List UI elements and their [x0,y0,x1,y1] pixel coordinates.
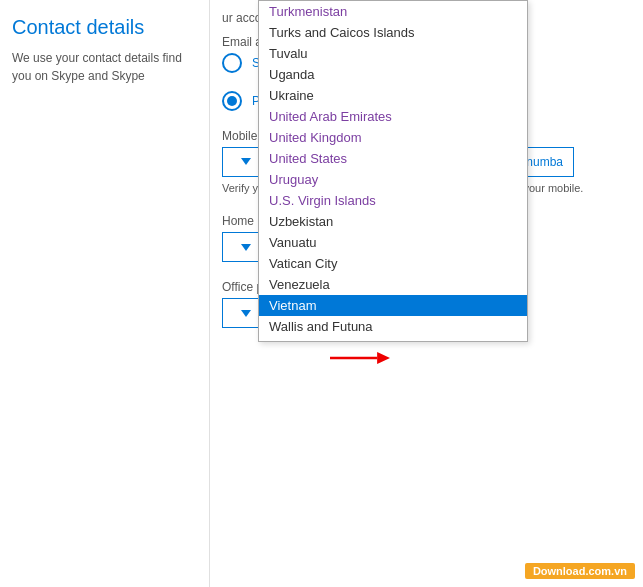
country-list-item[interactable]: Turkmenistan [259,1,527,22]
country-dropdown-list: TurkmenistanTurks and Caicos IslandsTuva… [258,0,528,342]
page-title: Contact details [12,16,197,39]
country-list-item[interactable]: United Arab Emirates [259,106,527,127]
email-radio-2[interactable] [222,91,242,111]
page-container: Contact details We use your contact deta… [0,0,643,587]
country-list-item[interactable]: Vatican City [259,253,527,274]
country-list-item[interactable]: U.S. Virgin Islands [259,190,527,211]
home-dropdown-arrow-icon [241,244,251,251]
office-dropdown-arrow-icon [241,310,251,317]
country-list-item[interactable]: Tuvalu [259,43,527,64]
right-panel: ur account. It also h Email address Set … [210,0,643,587]
watermark: Download.com.vn [525,563,635,579]
svg-marker-1 [377,352,390,364]
country-list: TurkmenistanTurks and Caicos IslandsTuva… [259,1,527,341]
country-list-item[interactable]: Yemen [259,337,527,341]
dropdown-arrow-icon [241,158,251,165]
country-list-item[interactable]: United Kingdom [259,127,527,148]
country-list-item[interactable]: Vanuatu [259,232,527,253]
country-list-item[interactable]: Uzbekistan [259,211,527,232]
email-radio-1[interactable] [222,53,242,73]
arrow-annotation [330,348,390,368]
country-list-item[interactable]: Wallis and Futuna [259,316,527,337]
country-list-item[interactable]: Venezuela [259,274,527,295]
description-text: We use your contact details find you on … [12,49,197,85]
radio-inner [227,96,237,106]
left-panel: Contact details We use your contact deta… [0,0,210,587]
country-list-item[interactable]: Vietnam [259,295,527,316]
country-list-item[interactable]: United States [259,148,527,169]
country-list-item[interactable]: Turks and Caicos Islands [259,22,527,43]
country-list-item[interactable]: Uruguay [259,169,527,190]
country-list-item[interactable]: Uganda [259,64,527,85]
country-list-item[interactable]: Ukraine [259,85,527,106]
